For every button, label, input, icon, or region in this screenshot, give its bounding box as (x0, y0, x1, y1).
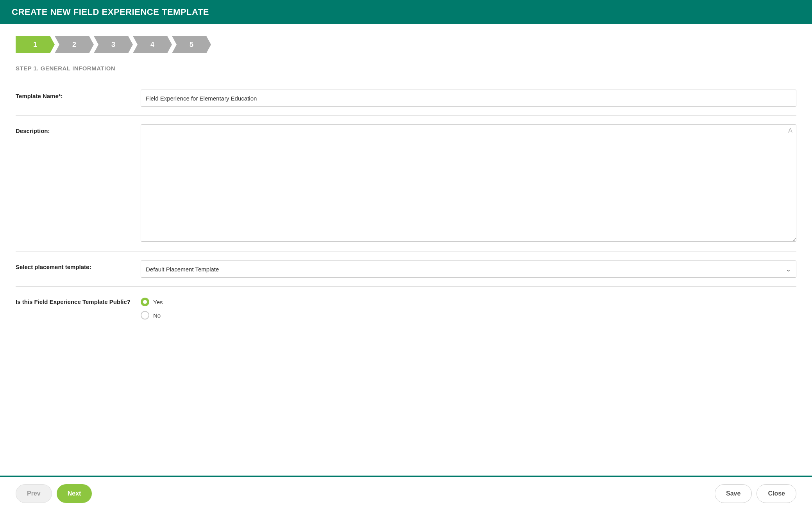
save-button[interactable]: Save (715, 484, 752, 503)
step-5[interactable]: 5 (172, 36, 211, 53)
description-wrapper: A̲ (141, 124, 796, 243)
template-name-wrapper (141, 90, 796, 107)
close-button[interactable]: Close (757, 484, 796, 503)
page-title: CREATE NEW FIELD EXPERIENCE TEMPLATE (12, 7, 209, 17)
step-1[interactable]: 1 (16, 36, 55, 53)
radio-yes-inner (143, 300, 147, 304)
radio-no-label: No (153, 312, 161, 319)
step-2[interactable]: 2 (55, 36, 94, 53)
footer-right: Save Close (715, 484, 796, 503)
section-heading: STEP 1. GENERAL INFORMATION (16, 65, 796, 72)
radio-group: Yes No (141, 295, 796, 320)
step-indicator: 1 2 3 4 5 (16, 36, 796, 53)
radio-no[interactable]: No (141, 311, 796, 320)
public-question-row: Is this Field Experience Template Public… (16, 287, 796, 328)
select-container: Default Placement Template ⌄ (141, 260, 796, 278)
page-header: CREATE NEW FIELD EXPERIENCE TEMPLATE (0, 0, 812, 24)
text-format-icon: A̲ (788, 127, 792, 134)
radio-yes[interactable]: Yes (141, 298, 796, 306)
textarea-container: A̲ (141, 124, 796, 243)
radio-wrapper: Yes No (141, 295, 796, 320)
placement-template-row: Select placement template: Default Place… (16, 252, 796, 287)
description-label: Description: (16, 124, 141, 134)
main-content: 1 2 3 4 5 STEP 1. GENERAL INFORMATION Te… (0, 24, 812, 476)
next-button[interactable]: Next (57, 484, 92, 503)
prev-button[interactable]: Prev (16, 484, 52, 503)
description-row: Description: A̲ (16, 116, 796, 252)
template-name-input[interactable] (141, 90, 796, 107)
template-name-label: Template Name*: (16, 90, 141, 99)
footer: Prev Next Save Close (0, 477, 812, 510)
form-section: Template Name*: Description: A̲ Select p… (16, 81, 796, 328)
public-question-label: Is this Field Experience Template Public… (16, 295, 141, 305)
step-4[interactable]: 4 (133, 36, 172, 53)
placement-template-wrapper: Default Placement Template ⌄ (141, 260, 796, 278)
step-3[interactable]: 3 (94, 36, 133, 53)
footer-left: Prev Next (16, 484, 92, 503)
description-textarea[interactable] (141, 124, 796, 242)
radio-yes-label: Yes (153, 299, 163, 305)
radio-yes-outer (141, 298, 149, 306)
template-name-row: Template Name*: (16, 81, 796, 116)
placement-template-label: Select placement template: (16, 260, 141, 270)
radio-no-outer (141, 311, 149, 320)
placement-template-select[interactable]: Default Placement Template (141, 260, 796, 278)
